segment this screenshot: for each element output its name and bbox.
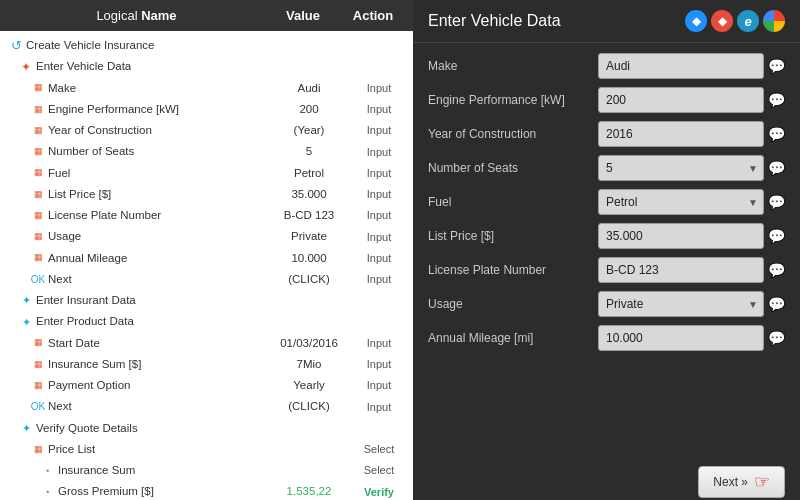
tree-item-fuel[interactable]: ▦ Fuel Petrol Input (0, 163, 413, 184)
tree-label: Insurance Sum [$] (48, 356, 269, 373)
chat-icon-list-price[interactable]: 💬 (768, 228, 785, 244)
tree-action: Input (349, 271, 409, 288)
tree-action: Select (349, 441, 409, 458)
tree-item-engine-performance[interactable]: ▦ Engine Performance [kW] 200 Input (0, 99, 413, 120)
chat-icon-fuel[interactable]: 💬 (768, 194, 785, 210)
tree-label: Payment Option (48, 377, 269, 394)
list-price-label: List Price [$] (428, 229, 598, 243)
tree-item-verify-quote[interactable]: ✦ Verify Quote Details (0, 418, 413, 439)
next-button[interactable]: Next » ☞ (698, 466, 785, 498)
right-panel-title: Enter Vehicle Data (428, 12, 561, 30)
license-plate-label: License Plate Number (428, 263, 598, 277)
chat-icon-seats[interactable]: 💬 (768, 160, 785, 176)
tree-item-usage[interactable]: ▦ Usage Private Input (0, 226, 413, 247)
list-price-input-wrap: 💬 (598, 223, 785, 249)
enter-x-icon: ✦ (18, 314, 34, 330)
left-panel: Logical Name Value Action ↺ Create Vehic… (0, 0, 413, 500)
tree-action: Input (349, 122, 409, 139)
grid-icon: ▦ (30, 441, 46, 457)
tree-item-license-plate[interactable]: ▦ License Plate Number B-CD 123 Input (0, 205, 413, 226)
license-plate-input[interactable] (598, 257, 764, 283)
annual-mileage-label: Annual Mileage [mi] (428, 331, 598, 345)
tree-item-enter-product-data[interactable]: ✦ Enter Product Data (0, 311, 413, 332)
tree-item-insurance-sum[interactable]: ▦ Insurance Sum [$] 7Mio Input (0, 354, 413, 375)
tree-label: Year of Construction (48, 122, 269, 139)
year-input[interactable] (598, 121, 764, 147)
seats-select[interactable]: 5 (598, 155, 764, 181)
form-row-list-price: List Price [$] 💬 (428, 223, 785, 249)
chat-icon-year[interactable]: 💬 (768, 126, 785, 142)
grid-icon: ▦ (30, 356, 46, 372)
tree-value: (CLICK) (269, 271, 349, 288)
ie-icon[interactable]: e (737, 10, 759, 32)
annual-mileage-input[interactable] (598, 325, 764, 351)
seats-label: Number of Seats (428, 161, 598, 175)
tree-label: Number of Seats (48, 143, 269, 160)
form-row-annual-mileage: Annual Mileage [mi] 💬 (428, 325, 785, 351)
tree-label: Start Date (48, 335, 269, 352)
usage-select[interactable]: Private (598, 291, 764, 317)
tree-item-annual-mileage[interactable]: ▦ Annual Mileage 10.000 Input (0, 248, 413, 269)
chat-icon-license[interactable]: 💬 (768, 262, 785, 278)
chrome-icon[interactable] (763, 10, 785, 32)
tree-label: Gross Premium [$] (58, 483, 269, 500)
engine-performance-input[interactable] (598, 87, 764, 113)
list-price-input[interactable] (598, 223, 764, 249)
tree-label: Enter Product Data (36, 313, 269, 330)
content-area: Logical Name Value Action ↺ Create Vehic… (0, 0, 800, 500)
tree-item-enter-insurant-data[interactable]: ✦ Enter Insurant Data (0, 290, 413, 311)
tree-action: Input (349, 101, 409, 118)
chat-icon-mileage[interactable]: 💬 (768, 330, 785, 346)
tree-item-list-price[interactable]: ▦ List Price [$] 35.000 Input (0, 184, 413, 205)
tree-value: 7Mio (269, 356, 349, 373)
annual-mileage-input-wrap: 💬 (598, 325, 785, 351)
tree-item-start-date[interactable]: ▦ Start Date 01/03/2016 Input (0, 333, 413, 354)
grid-icon: ▦ (30, 250, 46, 266)
usage-label: Usage (428, 297, 598, 311)
main-container: Logical Name Value Action ↺ Create Vehic… (0, 0, 800, 500)
tree-action: Select (349, 462, 409, 479)
tree-value: 10.000 (269, 250, 349, 267)
tree-action: Input (349, 165, 409, 182)
next-icon: OK (30, 399, 46, 415)
chat-icon-usage[interactable]: 💬 (768, 296, 785, 312)
tree-item-create-vehicle-insurance[interactable]: ↺ Create Vehicle Insurance (0, 35, 413, 56)
tree-item-next-vehicle[interactable]: OK Next (CLICK) Input (0, 269, 413, 290)
form-row-usage: Usage Private ▼ 💬 (428, 291, 785, 317)
tree-action: Input (349, 80, 409, 97)
tree-label: Fuel (48, 165, 269, 182)
tree-item-number-of-seats[interactable]: ▦ Number of Seats 5 Input (0, 141, 413, 162)
chat-icon-engine[interactable]: 💬 (768, 92, 785, 108)
engine-performance-label: Engine Performance [kW] (428, 93, 598, 107)
fuel-select[interactable]: Petrol (598, 189, 764, 215)
tree-item-year-of-construction[interactable]: ▦ Year of Construction (Year) Input (0, 120, 413, 141)
tree-label: Engine Performance [kW] (48, 101, 269, 118)
next-button-label: Next » (713, 475, 748, 489)
form-area: Make 💬 Engine Performance [kW] 💬 (413, 43, 800, 466)
form-row-number-of-seats: Number of Seats 5 ▼ 💬 (428, 155, 785, 181)
firefox-icon[interactable]: ◆ (685, 10, 707, 32)
tree-item-gross-premium[interactable]: ▪ Gross Premium [$] 1.535,22 Verify (0, 481, 413, 500)
grid-small-icon: ▪ (40, 463, 56, 479)
name-bold: Name (141, 8, 176, 23)
make-input[interactable] (598, 53, 764, 79)
tree-item-insurance-sum-verify[interactable]: ▪ Insurance Sum Select (0, 460, 413, 481)
seats-input-wrap: 5 ▼ 💬 (598, 155, 785, 181)
tree-item-next-product[interactable]: OK Next (CLICK) Input (0, 396, 413, 417)
col-name-header: Logical Name (10, 8, 263, 23)
fuel-label: Fuel (428, 195, 598, 209)
tree-item-price-list[interactable]: ▦ Price List Select (0, 439, 413, 460)
tree-item-make[interactable]: ▦ Make Audi Input (0, 78, 413, 99)
grid-icon: ▦ (30, 186, 46, 202)
chat-icon-make[interactable]: 💬 (768, 58, 785, 74)
tree-item-enter-vehicle-data[interactable]: ✦ Enter Vehicle Data (0, 56, 413, 77)
red-browser-icon[interactable]: ◆ (711, 10, 733, 32)
tree-label: Make (48, 80, 269, 97)
tree-area: ↺ Create Vehicle Insurance ✦ Enter Vehic… (0, 31, 413, 500)
tree-value: 200 (269, 101, 349, 118)
grid-icon: ▦ (30, 144, 46, 160)
tree-item-payment-option[interactable]: ▦ Payment Option Yearly Input (0, 375, 413, 396)
tree-value: Audi (269, 80, 349, 97)
tree-label: Verify Quote Details (36, 420, 269, 437)
tree-label: Annual Mileage (48, 250, 269, 267)
